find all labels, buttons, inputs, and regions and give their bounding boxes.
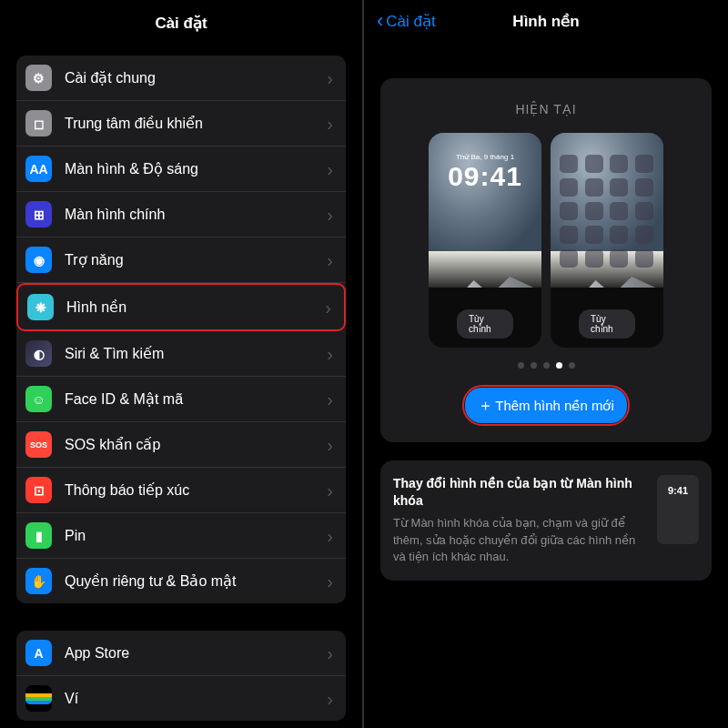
settings-list-screen: Cài đặt ⚙︎Cài đặt chung›◻︎Trung tâm điều… xyxy=(0,0,364,728)
page-dot xyxy=(569,362,575,369)
chevron-right-icon: › xyxy=(327,436,333,454)
chevron-right-icon: › xyxy=(327,644,333,662)
priv-icon: ✋ xyxy=(25,568,52,594)
settings-row-siri[interactable]: ◐Siri & Tìm kiếm› xyxy=(16,331,346,377)
expose-icon: ⊡ xyxy=(25,477,52,503)
row-label: Trung tâm điều khiển xyxy=(65,115,327,132)
row-label: Pin xyxy=(65,528,327,544)
chevron-left-icon: ‹ xyxy=(377,11,383,31)
chevron-right-icon: › xyxy=(327,115,333,133)
wall-icon: ❋ xyxy=(27,294,54,320)
chevron-right-icon: › xyxy=(327,527,333,545)
page-indicator[interactable] xyxy=(518,362,575,369)
row-label: Face ID & Mật mã xyxy=(65,390,327,408)
row-label: Màn hình & Độ sáng xyxy=(65,160,327,177)
row-label: Trợ năng xyxy=(65,251,327,268)
row-label: Màn hình chính xyxy=(65,207,327,223)
mini-preview: 9:41 xyxy=(657,475,699,544)
homescreen-preview[interactable]: Tùy chỉnh xyxy=(551,133,663,348)
home-icon: ⊞ xyxy=(25,201,52,228)
page-title: Cài đặt xyxy=(0,0,362,56)
settings-row-wall[interactable]: ❋Hình nền› xyxy=(16,283,346,331)
lock-date: Thứ Ba, 9 tháng 1 xyxy=(429,133,541,161)
current-label: HIỆN TẠI xyxy=(515,102,576,116)
chevron-right-icon: › xyxy=(327,690,333,708)
page-dot xyxy=(556,362,562,369)
hint-body: Từ Màn hình khóa của bạn, chạm và giữ để… xyxy=(393,515,644,567)
settings-row-app[interactable]: AApp Store› xyxy=(16,631,346,676)
chevron-right-icon: › xyxy=(327,345,333,363)
row-label: App Store xyxy=(65,645,327,662)
add-wallpaper-button[interactable]: ＋ Thêm hình nền mới xyxy=(465,388,627,423)
page-dot xyxy=(531,362,537,369)
settings-row-batt[interactable]: ▮Pin› xyxy=(16,513,346,559)
siri-icon: ◐ xyxy=(25,340,52,367)
settings-row-home[interactable]: ⊞Màn hình chính› xyxy=(16,192,346,238)
chevron-right-icon: › xyxy=(327,572,333,591)
wal-icon xyxy=(25,685,52,712)
lock-time: 09:41 xyxy=(429,161,541,192)
chevron-right-icon: › xyxy=(327,69,333,87)
row-label: Thông báo tiếp xúc xyxy=(65,481,327,499)
current-wallpaper-card: HIỆN TẠI Thứ Ba, 9 tháng 1 09:41 Tùy chỉ… xyxy=(380,78,712,442)
hint-card: Thay đổi hình nền của bạn từ Màn hình kh… xyxy=(380,460,712,581)
mini-time: 9:41 xyxy=(657,485,699,496)
settings-row-cc[interactable]: ◻︎Trung tâm điều khiển› xyxy=(16,101,346,147)
customize-lock-button[interactable]: Tùy chỉnh xyxy=(457,309,513,339)
cc-icon: ◻︎ xyxy=(25,110,52,136)
highlight-add: ＋ Thêm hình nền mới xyxy=(462,385,630,426)
chevron-right-icon: › xyxy=(327,251,333,269)
chevron-right-icon: › xyxy=(327,481,333,500)
customize-home-button[interactable]: Tùy chỉnh xyxy=(579,309,635,339)
lockscreen-preview[interactable]: Thứ Ba, 9 tháng 1 09:41 Tùy chỉnh xyxy=(429,133,541,348)
back-button[interactable]: ‹ Cài đặt xyxy=(377,11,436,31)
plus-icon: ＋ xyxy=(478,395,493,416)
wallpaper-screen: ‹ Cài đặt Hình nền HIỆN TẠI Thứ Ba, 9 th… xyxy=(364,0,728,728)
row-label: Cài đặt chung xyxy=(65,69,327,86)
settings-row-expose[interactable]: ⊡Thông báo tiếp xúc› xyxy=(16,468,346,513)
row-label: Hình nền xyxy=(66,298,325,316)
settings-row-face[interactable]: ☺︎Face ID & Mật mã› xyxy=(16,377,346,422)
row-label: Quyền riêng tư & Bảo mật xyxy=(65,572,327,590)
sos-icon: SOS xyxy=(25,431,52,458)
settings-row-gear[interactable]: ⚙︎Cài đặt chung› xyxy=(16,56,346,101)
back-label: Cài đặt xyxy=(386,12,435,31)
hint-title: Thay đổi hình nền của bạn từ Màn hình kh… xyxy=(393,475,644,510)
gear-icon: ⚙︎ xyxy=(25,65,52,91)
chevron-right-icon: › xyxy=(327,206,333,224)
chevron-right-icon: › xyxy=(327,160,333,178)
chevron-right-icon: › xyxy=(327,390,333,409)
settings-row-wal[interactable]: Ví› xyxy=(16,676,346,721)
batt-icon: ▮ xyxy=(25,522,52,549)
settings-row-acc[interactable]: ◉Trợ năng› xyxy=(16,238,346,283)
row-label: Siri & Tìm kiếm xyxy=(65,345,327,362)
acc-icon: ◉ xyxy=(25,247,52,273)
page-dot xyxy=(543,362,550,369)
app-grid xyxy=(560,155,654,268)
settings-row-sos[interactable]: SOSSOS khẩn cấp› xyxy=(16,422,346,468)
page-dot xyxy=(518,362,524,369)
row-label: Ví xyxy=(65,691,327,707)
disp-icon: AA xyxy=(25,156,52,182)
chevron-right-icon: › xyxy=(325,298,331,317)
settings-row-disp[interactable]: AAMàn hình & Độ sáng› xyxy=(16,147,346,192)
row-label: SOS khẩn cấp xyxy=(65,436,327,453)
add-label: Thêm hình nền mới xyxy=(495,398,614,414)
face-icon: ☺︎ xyxy=(25,386,52,412)
settings-row-priv[interactable]: ✋Quyền riêng tư & Bảo mật› xyxy=(16,559,346,603)
app-icon: A xyxy=(25,640,52,666)
